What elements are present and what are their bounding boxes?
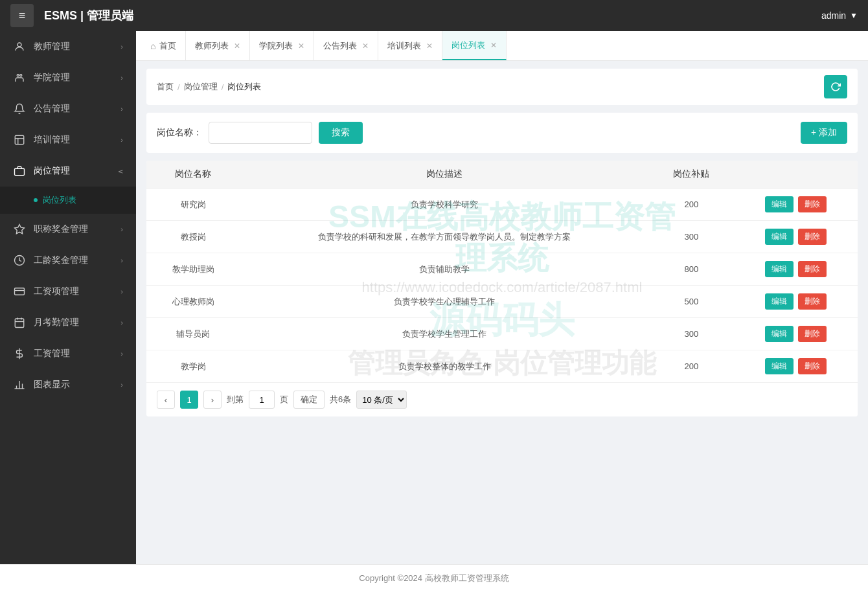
page-confirm-button[interactable]: 确定 bbox=[293, 391, 325, 409]
sidebar-label-position: 岗位管理 bbox=[34, 165, 70, 177]
cell-name: 研究岗 bbox=[146, 188, 240, 221]
edit-button[interactable]: 编辑 bbox=[765, 326, 794, 342]
chevron-right-icon: › bbox=[120, 43, 123, 51]
sidebar-item-college-mgmt[interactable]: 学院管理 › bbox=[0, 62, 136, 93]
sidebar-label-attendance: 月考勤管理 bbox=[34, 317, 79, 328]
sidebar-item-teacher-mgmt[interactable]: 教师管理 › bbox=[0, 31, 136, 62]
sidebar-label-college: 学院管理 bbox=[34, 72, 70, 84]
edit-button[interactable]: 编辑 bbox=[765, 196, 794, 212]
top-header: ≡ ESMS | 管理员端 admin ▼ bbox=[0, 0, 868, 31]
next-page-button[interactable]: › bbox=[203, 391, 222, 409]
cell-actions: 编辑 删除 bbox=[734, 221, 858, 253]
tab-teacher-close[interactable]: ✕ bbox=[234, 41, 240, 51]
col-header-name: 岗位名称 bbox=[146, 161, 240, 188]
svg-rect-3 bbox=[15, 135, 24, 144]
edit-button[interactable]: 编辑 bbox=[765, 293, 794, 310]
tab-bar: ⌂ 首页 教师列表 ✕ 学院列表 ✕ 公告列表 ✕ 培训列表 ✕ 岗位列表 ✕ bbox=[136, 31, 868, 61]
sidebar-item-chart-display[interactable]: 图表显示 › bbox=[0, 369, 136, 400]
tab-home-label: 首页 bbox=[159, 40, 176, 52]
table-container: 岗位名称 岗位描述 岗位补贴 研究岗 负责学校科学研究 200 编辑 删除 bbox=[146, 161, 858, 416]
edit-button[interactable]: 编辑 bbox=[765, 229, 794, 245]
breadcrumb: 首页 / 岗位管理 / 岗位列表 bbox=[157, 81, 261, 93]
tab-teacher-label: 教师列表 bbox=[195, 40, 229, 52]
tab-college-list[interactable]: 学院列表 ✕ bbox=[250, 31, 314, 60]
chevron-down-icon: ∨ bbox=[117, 168, 125, 174]
tab-notice-list[interactable]: 公告列表 ✕ bbox=[314, 31, 378, 60]
sidebar-item-attendance-mgmt[interactable]: 月考勤管理 › bbox=[0, 307, 136, 338]
chart-icon bbox=[13, 378, 26, 391]
total-count-label: 共6条 bbox=[330, 394, 351, 405]
tab-notice-close[interactable]: ✕ bbox=[362, 41, 369, 51]
delete-button[interactable]: 删除 bbox=[798, 293, 827, 310]
cell-actions: 编辑 删除 bbox=[734, 188, 858, 221]
notice-icon bbox=[13, 102, 26, 115]
cell-desc: 负责学校的科研和发展，在教学方面领导教学岗人员。制定教学方案 bbox=[240, 221, 649, 253]
cell-name: 教授岗 bbox=[146, 221, 240, 253]
position-icon bbox=[13, 165, 26, 177]
table-row: 教授岗 负责学校的科研和发展，在教学方面领导教学岗人员。制定教学方案 300 编… bbox=[146, 221, 858, 253]
page-size-select[interactable]: 10 条/页 20 条/页 50 条/页 bbox=[356, 391, 407, 409]
table-wrapper: SSM在线高校教师工资管理系统 https://www.icodedock.co… bbox=[146, 161, 858, 416]
seniority-icon bbox=[13, 254, 26, 267]
sidebar-label-salary-item: 工资项管理 bbox=[34, 286, 79, 297]
user-dropdown-arrow[interactable]: ▼ bbox=[850, 11, 858, 20]
pagination-bar: ‹ 1 › 到第 页 确定 共6条 10 条/页 20 条/页 50 条/页 bbox=[146, 382, 858, 416]
prev-page-button[interactable]: ‹ bbox=[157, 391, 175, 409]
tab-position-close[interactable]: ✕ bbox=[490, 41, 497, 50]
table-row: 教学助理岗 负责辅助教学 800 编辑 删除 bbox=[146, 253, 858, 286]
cell-actions: 编辑 删除 bbox=[734, 318, 858, 350]
page-goto-input[interactable] bbox=[249, 391, 275, 409]
delete-button[interactable]: 删除 bbox=[798, 196, 827, 212]
edit-button[interactable]: 编辑 bbox=[765, 358, 794, 374]
sidebar-item-training-mgmt[interactable]: 培训管理 › bbox=[0, 124, 136, 155]
col-header-actions bbox=[734, 161, 858, 188]
app-title: ESMS | 管理员端 bbox=[44, 8, 133, 23]
sidebar-submenu-position: 岗位列表 bbox=[0, 187, 136, 214]
refresh-button[interactable] bbox=[824, 75, 847, 98]
chevron-right-icon: › bbox=[120, 256, 123, 264]
sidebar-label-chart: 图表显示 bbox=[34, 379, 70, 391]
sidebar-item-notice-mgmt[interactable]: 公告管理 › bbox=[0, 93, 136, 124]
tab-training-close[interactable]: ✕ bbox=[426, 41, 433, 51]
add-button[interactable]: + 添加 bbox=[801, 122, 847, 144]
chevron-right-icon: › bbox=[120, 319, 123, 326]
search-bar: 岗位名称： 搜索 + 添加 bbox=[146, 113, 858, 153]
search-input[interactable] bbox=[209, 122, 312, 144]
tab-position-label: 岗位列表 bbox=[451, 40, 485, 51]
footer-text: Copyright ©2024 高校教师工资管理系统 bbox=[359, 573, 508, 583]
tab-home[interactable]: ⌂ 首页 bbox=[141, 31, 186, 60]
sidebar-item-salary-item-mgmt[interactable]: 工资项管理 › bbox=[0, 276, 136, 307]
table-row: 心理教师岗 负责学校学生心理辅导工作 500 编辑 删除 bbox=[146, 286, 858, 318]
title-bonus-icon bbox=[13, 223, 26, 236]
tab-college-close[interactable]: ✕ bbox=[298, 41, 304, 51]
footer: Copyright ©2024 高校教师工资管理系统 bbox=[0, 564, 868, 592]
sidebar-item-position-mgmt[interactable]: 岗位管理 ∨ bbox=[0, 155, 136, 187]
sidebar-item-title-bonus-mgmt[interactable]: 职称奖金管理 › bbox=[0, 214, 136, 245]
header-right: admin ▼ bbox=[821, 10, 858, 21]
page-1-button[interactable]: 1 bbox=[180, 391, 198, 409]
delete-button[interactable]: 删除 bbox=[798, 358, 827, 374]
delete-button[interactable]: 删除 bbox=[798, 261, 827, 277]
tab-position-list[interactable]: 岗位列表 ✕ bbox=[442, 31, 507, 60]
tab-training-list[interactable]: 培训列表 ✕ bbox=[378, 31, 442, 60]
sidebar-item-salary-mgmt[interactable]: 工资管理 › bbox=[0, 338, 136, 369]
tab-teacher-list[interactable]: 教师列表 ✕ bbox=[186, 31, 250, 60]
tab-college-label: 学院列表 bbox=[259, 40, 293, 52]
sidebar-item-seniority-bonus-mgmt[interactable]: 工龄奖金管理 › bbox=[0, 245, 136, 276]
sidebar-sub-label-position-list: 岗位列表 bbox=[43, 194, 76, 206]
delete-button[interactable]: 删除 bbox=[798, 229, 827, 245]
delete-button[interactable]: 删除 bbox=[798, 326, 827, 342]
home-icon: ⌂ bbox=[150, 41, 155, 51]
breadcrumb-position-mgmt[interactable]: 岗位管理 bbox=[184, 81, 218, 93]
menu-toggle-button[interactable]: ≡ bbox=[10, 4, 34, 27]
col-header-bonus: 岗位补贴 bbox=[649, 161, 735, 188]
search-button[interactable]: 搜索 bbox=[319, 122, 363, 144]
chevron-right-icon: › bbox=[120, 350, 123, 358]
cell-desc: 负责学校学生心理辅导工作 bbox=[240, 286, 649, 318]
sidebar-sub-item-position-list[interactable]: 岗位列表 bbox=[0, 187, 136, 214]
cell-bonus: 300 bbox=[649, 318, 735, 350]
svg-point-0 bbox=[17, 43, 21, 47]
breadcrumb-home[interactable]: 首页 bbox=[157, 81, 174, 93]
edit-button[interactable]: 编辑 bbox=[765, 261, 794, 277]
cell-name: 心理教师岗 bbox=[146, 286, 240, 318]
